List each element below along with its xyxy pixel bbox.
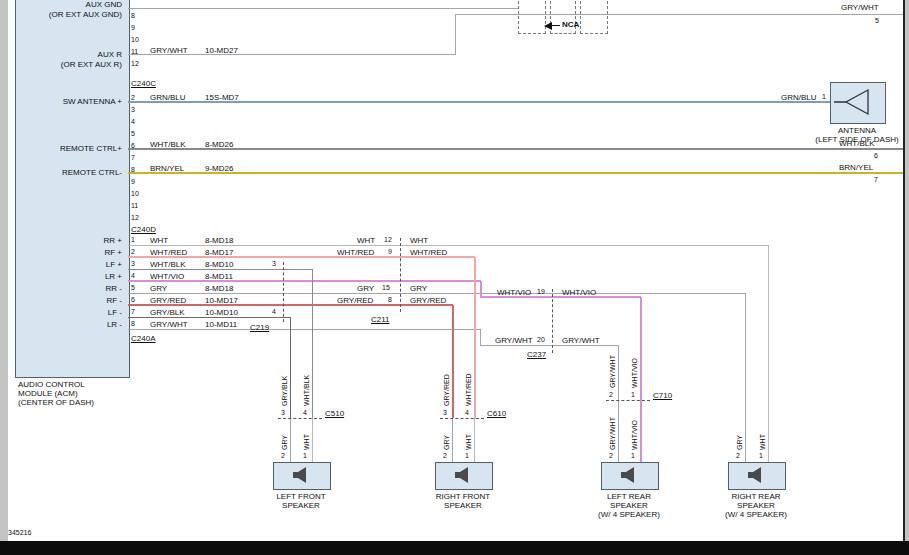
rf-spk-pin-1: 1 (465, 452, 469, 460)
acm-name-line1: AUDIO CONTROL (18, 380, 85, 389)
lf-spk-pin-2: 2 (281, 452, 285, 460)
row-label-lf-minus: LF - (90, 308, 122, 317)
c211-row3-before: GRY (357, 284, 374, 293)
row-label-lr-plus: LR + (90, 272, 122, 281)
c240c-pin-3: 3 (131, 106, 135, 114)
wire-rr-minus-v (745, 293, 746, 462)
c240d-pin-3: 3 (131, 260, 135, 268)
c610-pin-3: 3 (443, 409, 447, 417)
c240d-pin-4: 4 (131, 272, 135, 280)
c240c-pin-10: 10 (131, 190, 139, 198)
nca-connector-box-1 (518, 0, 546, 34)
row8-color: GRY/WHT (150, 320, 188, 329)
lf-spk-pin-1: 1 (303, 452, 307, 460)
c211-row4-pin: 8 (388, 296, 392, 304)
c211-row4-before: GRY/RED (337, 296, 373, 305)
rf-upper-wire-label-l: GRY/RED (442, 358, 451, 406)
c211-row3-after: GRY (410, 284, 427, 293)
lr-name-line2: SPEAKER (589, 501, 669, 510)
row-label-rf-minus: RF - (90, 296, 122, 305)
row7-circuit: 10-MD10 (205, 308, 238, 317)
c237-row2-before: GRY/WHT (495, 336, 533, 345)
wire-aux-r-h1 (128, 54, 455, 55)
remote-minus-right-pin: 7 (874, 176, 878, 184)
acm-pin-12: 12 (131, 60, 139, 68)
connector-c211-line (400, 238, 401, 312)
wire-rf-minus-h (128, 304, 453, 306)
lr-upper-wire-label-r: WHT/VIO (630, 340, 639, 388)
bottom-black-bar (0, 541, 909, 555)
aux-gnd-label-line1: AUX GND (20, 0, 122, 9)
wire-lr-plus-h1 (128, 280, 481, 282)
c240c-pin-7: 7 (131, 154, 135, 162)
c237-row1-before: WHT/VIO (497, 288, 531, 297)
lf-name-line1: LEFT FRONT (261, 492, 341, 501)
rr-spk-pin-1: 1 (759, 452, 763, 460)
nca-label: NCA (562, 20, 579, 29)
aux-r-label-line1: AUX R (20, 50, 122, 59)
row-label-rr-minus: RR - (90, 284, 122, 293)
lf-name-line2: SPEAKER (261, 501, 341, 510)
wire-lf-plus-h (128, 269, 313, 270)
wire-lf-low-r (312, 418, 313, 462)
wire-lf-plus-v (312, 269, 313, 418)
c237-row2-after: GRY/WHT (562, 336, 600, 345)
connector-c710-line (606, 400, 650, 401)
row-label-rf-plus: RF + (90, 248, 122, 257)
wire-lf-low-l (290, 418, 291, 462)
nca-arrow-icon (544, 22, 552, 30)
c240d-pin-5: 5 (131, 284, 135, 292)
antenna-icon (830, 82, 884, 122)
remote-plus-right-color: WHT/BLK (839, 139, 875, 148)
c219-pin-4: 4 (272, 308, 276, 316)
lf-lower-wire-label-l: GRY (280, 422, 289, 450)
connector-c710-label: C710 (653, 391, 672, 400)
antenna-name: ANTENNA (812, 126, 902, 135)
wire-lf-minus-h (128, 317, 291, 318)
lr-name-line1: LEFT REAR (589, 492, 669, 501)
page-left-margin (0, 0, 8, 555)
rf-lower-wire-label-l: GRY (442, 422, 451, 450)
row-label-rr-plus: RR + (90, 236, 122, 245)
connector-c240d-label: C240D (131, 225, 156, 234)
remote-minus-right-color: BRN/YEL (839, 163, 873, 172)
c240c-pin-12: 12 (131, 214, 139, 222)
c237-row2-pin: 20 (537, 336, 545, 344)
right-rear-speaker-icon (746, 467, 766, 483)
wire-lr-minus-h2 (480, 345, 619, 346)
rf-name-line2: SPEAKER (423, 501, 503, 510)
left-front-speaker-icon (291, 467, 311, 483)
doc-number: 345216 (8, 528, 31, 537)
rf-name-line1: RIGHT FRONT (423, 492, 503, 501)
rf-lower-wire-label-r: WHT (464, 422, 473, 450)
antenna-wire-color: GRN/BLU (781, 93, 817, 102)
wire-rf-low-r (474, 418, 475, 462)
wire-lr-low-r (640, 400, 642, 462)
wire-rf-minus-v (452, 305, 454, 418)
wire-aux-r-v (455, 14, 456, 55)
top-right-pin: 5 (875, 17, 879, 25)
wiring-diagram-page: AUX GND (OR EXT AUX GND) AUX R (OR EXT A… (0, 0, 909, 555)
sw-antenna-label: SW ANTENNA + (20, 97, 122, 106)
connector-c219-label: C219 (250, 323, 269, 332)
wire-remote-plus (128, 148, 903, 150)
wire-lr-minus-h1 (128, 329, 481, 330)
row5-color: GRY (150, 284, 167, 293)
c237-row1-after: WHT/VIO (562, 288, 596, 297)
lr-lower-wire-label-r: WHT/VIO (630, 404, 639, 450)
connector-c219-line (283, 262, 284, 322)
lr-name-line3: (W/ 4 SPEAKER) (589, 510, 669, 519)
connector-c610-label: C610 (487, 409, 506, 418)
rr-name-line3: (W/ 4 SPEAKER) (716, 510, 796, 519)
wire-rr-plus-v (768, 245, 769, 462)
wire-lr-low-l (618, 400, 619, 462)
connector-c237-label: C237 (527, 350, 546, 359)
aux-gnd-label-line2: (OR EXT AUX GND) (20, 10, 122, 19)
c211-row4-after: GRY/RED (410, 296, 446, 305)
wire-rf-low-l (452, 418, 453, 462)
rf-spk-pin-2: 2 (443, 452, 447, 460)
lr-spk-pin-1: 1 (631, 452, 635, 460)
c240d-pin-8: 8 (131, 320, 135, 328)
lf-upper-wire-label-l: GRY/BLK (280, 358, 289, 406)
top-right-wire-color: GRY/WHT (841, 3, 879, 12)
